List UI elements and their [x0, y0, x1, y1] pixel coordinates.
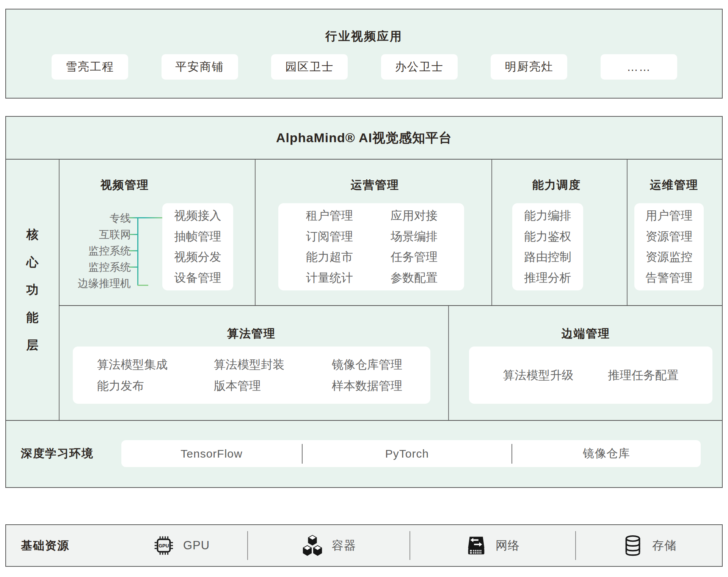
video-mgmt-item: 抽帧管理 [174, 229, 221, 245]
app-box-more: …… [601, 54, 677, 80]
algo-mgmt-item: 算法模型封装 [214, 357, 332, 373]
resource-divider [410, 531, 410, 560]
app-box-yuanqu: 园区卫士 [271, 54, 348, 80]
ops-mgmt-item: 应用对接 [391, 208, 464, 224]
core-layer-sidebar: 核 心 功 能 层 [6, 160, 59, 420]
core-layer-char: 能 [27, 309, 39, 326]
connector-branch-line [129, 217, 163, 218]
algo-mgmt-item: 镜像仓库管理 [332, 357, 402, 373]
algo-mgmt-column: 镜像仓库管理 样本数据管理 [332, 357, 402, 394]
resource-network: 网络 [464, 525, 520, 566]
resource-gpu: GPU GPU [152, 525, 210, 566]
resource-divider [575, 531, 576, 560]
algo-mgmt-item: 样本数据管理 [332, 378, 402, 394]
dl-env-label: 深度学习环境 [21, 446, 94, 461]
industry-apps-band: 行业视频应用 雪亮工程 平安商铺 园区卫士 办公卫士 明厨亮灶 …… [5, 9, 723, 99]
ops-mgmt-box: 租户管理 应用对接 订阅管理 场景编排 能力超市 任务管理 计量统计 参数配置 [278, 203, 464, 290]
platform-box: AlphaMind® AI视觉感知平台 核 心 功 能 层 视频管理 专线 互联… [5, 116, 723, 488]
algo-mgmt-cell: 算法管理 算法模型集成 能力发布 算法模型封装 版本管理 镜像仓库管理 样本数据… [59, 306, 449, 421]
edge-mgmt-cell: 边端管理 算法模型升级 推理任务配置 [449, 306, 721, 421]
app-box-pingan: 平安商铺 [162, 54, 238, 80]
video-mgmt-item: 设备管理 [174, 270, 221, 286]
video-mgmt-item: 视频分发 [174, 249, 221, 265]
algo-mgmt-title: 算法管理 [198, 326, 304, 342]
video-source: 专线 [59, 210, 131, 226]
industry-apps-row: 雪亮工程 平安商铺 园区卫士 办公卫士 明厨亮灶 …… [52, 54, 677, 80]
capability-sched-item: 能力鉴权 [524, 229, 571, 245]
capability-sched-cell: 能力调度 能力编排 能力鉴权 路由控制 推理分析 [492, 160, 627, 306]
ops-mgmt-item: 任务管理 [391, 249, 464, 265]
app-box-mingchu: 明厨亮灶 [491, 54, 567, 80]
edge-mgmt-item: 算法模型升级 [503, 367, 574, 383]
algo-mgmt-column: 算法模型集成 能力发布 [97, 357, 214, 394]
resource-network-label: 网络 [496, 538, 520, 553]
resource-storage-label: 存储 [652, 538, 676, 553]
edge-mgmt-title: 边端管理 [533, 326, 639, 342]
ops-mgmt-title: 运营管理 [322, 177, 428, 193]
video-source-list: 专线 互联网 监控系统 监控系统 边缘推理机 [59, 210, 131, 292]
ops-mgmt-item: 参数配置 [391, 270, 464, 286]
om-mgmt-cell: 运维管理 用户管理 资源管理 资源监控 告警管理 [627, 160, 721, 306]
algo-mgmt-item: 版本管理 [214, 378, 332, 394]
resource-divider [247, 531, 248, 560]
dl-env-item-registry: 镜像仓库 [512, 440, 701, 467]
video-source: 监控系统 [59, 243, 131, 259]
resources-label: 基础资源 [21, 538, 69, 553]
edge-mgmt-box: 算法模型升级 推理任务配置 [469, 347, 712, 404]
om-mgmt-item: 告警管理 [646, 270, 693, 286]
resources-band: 基础资源 GPU GPU [5, 524, 723, 567]
algo-mgmt-box: 算法模型集成 能力发布 算法模型封装 版本管理 镜像仓库管理 样本数据管理 [73, 347, 430, 404]
network-icon [464, 534, 488, 557]
platform-title: AlphaMind® AI视觉感知平台 [6, 117, 722, 159]
connector-branch-line [129, 267, 138, 268]
connector-branch-line [129, 250, 138, 251]
om-mgmt-item: 资源监控 [646, 249, 693, 265]
ops-mgmt-item: 租户管理 [306, 208, 391, 224]
algo-mgmt-item: 算法模型集成 [97, 357, 214, 373]
core-layer-char: 心 [27, 254, 39, 271]
resource-container-label: 容器 [332, 538, 356, 553]
algo-mgmt-item: 能力发布 [97, 378, 214, 394]
connector-stub-line [138, 285, 148, 286]
core-layer-char: 层 [27, 337, 39, 354]
dl-env-bar: TensorFlow PyTorch 镜像仓库 [121, 440, 701, 467]
capability-sched-box: 能力编排 能力鉴权 路由控制 推理分析 [512, 203, 583, 290]
ops-mgmt-item: 能力超市 [306, 249, 391, 265]
video-mgmt-title: 视频管理 [72, 177, 178, 193]
om-mgmt-title: 运维管理 [627, 177, 721, 193]
edge-mgmt-item: 推理任务配置 [608, 367, 679, 383]
resource-container: 容器 [301, 525, 356, 566]
svg-text:GPU: GPU [158, 543, 169, 549]
core-layer-char: 核 [27, 226, 39, 243]
connector-trunk-line [137, 217, 138, 285]
algo-mgmt-column: 算法模型封装 版本管理 [214, 357, 332, 394]
capability-sched-item: 推理分析 [524, 270, 571, 286]
video-source: 边缘推理机 [59, 275, 131, 292]
dl-env-item-pytorch: PyTorch [303, 440, 511, 467]
core-layer-char: 功 [27, 282, 39, 298]
video-source: 监控系统 [59, 259, 131, 275]
industry-apps-title: 行业视频应用 [6, 28, 722, 44]
ops-mgmt-item: 场景编排 [391, 229, 464, 245]
app-box-bangong: 办公卫士 [381, 54, 458, 80]
storage-icon [621, 534, 645, 557]
capability-sched-item: 路由控制 [524, 249, 571, 265]
resource-storage: 存储 [621, 525, 676, 566]
resource-gpu-label: GPU [183, 539, 210, 552]
capability-sched-item: 能力编排 [524, 208, 571, 224]
video-mgmt-box: 视频接入 抽帧管理 视频分发 设备管理 [162, 203, 233, 290]
om-mgmt-box: 用户管理 资源管理 资源监控 告警管理 [634, 203, 704, 290]
container-icon [301, 534, 324, 557]
om-mgmt-item: 资源管理 [646, 229, 693, 245]
video-mgmt-item: 视频接入 [174, 208, 221, 224]
video-mgmt-cell: 视频管理 专线 互联网 监控系统 监控系统 边缘推理机 视频接入 抽帧管理 视频… [59, 160, 255, 306]
ops-mgmt-item: 订阅管理 [306, 229, 391, 245]
capability-sched-title: 能力调度 [504, 177, 610, 193]
architecture-diagram: 行业视频应用 雪亮工程 平安商铺 园区卫士 办公卫士 明厨亮灶 …… Alpha… [0, 0, 728, 577]
ops-mgmt-cell: 运营管理 租户管理 应用对接 订阅管理 场景编排 能力超市 任务管理 计量统计 … [255, 160, 492, 306]
om-mgmt-item: 用户管理 [646, 208, 693, 224]
ops-mgmt-item: 计量统计 [306, 270, 391, 286]
connector-branch-line [129, 234, 138, 235]
video-source: 互联网 [59, 226, 131, 243]
gpu-icon: GPU [152, 534, 176, 557]
